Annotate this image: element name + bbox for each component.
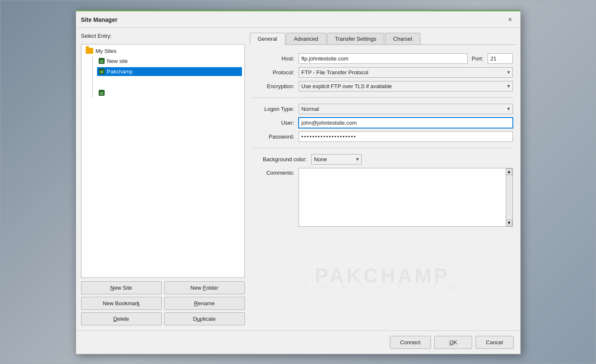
ok-button[interactable]: OK (434, 336, 472, 349)
tree-item-new-site[interactable]: New site (97, 57, 242, 65)
cancel-button[interactable]: Cancel (475, 336, 513, 349)
separator-2 (252, 148, 513, 148)
delete-button[interactable]: Delete (81, 312, 162, 325)
port-input[interactable] (488, 53, 513, 64)
tab-transfer-settings[interactable]: Transfer Settings (327, 33, 385, 45)
watermark: PAKCHAMP S O F T V T L T D (302, 264, 462, 292)
encryption-select-wrapper: Use explicit FTP over TLS if available O… (299, 81, 513, 92)
bg-color-row: Background color: None Red Green Blue Ye… (252, 154, 513, 165)
dialog-title: Site Manager (81, 16, 118, 23)
user-row: User: (252, 118, 513, 128)
protocol-label: Protocol: (252, 69, 294, 76)
logon-type-label: Logon Type: (252, 106, 294, 112)
port-label: Port: (472, 55, 483, 62)
form-section: Host: Port: Protocol: FTP - File Transfe… (250, 49, 515, 231)
logon-type-select-wrapper: Anonymous Normal Ask for password Intera… (299, 104, 513, 114)
comments-area-wrapper: ▲ ▼ (299, 168, 513, 227)
bg-color-select[interactable]: None Red Green Blue Yellow Cyan (311, 154, 362, 165)
new-site-button[interactable]: New Site (81, 281, 162, 294)
protocol-select-wrapper: FTP - File Transfer Protocol SFTP - SSH … (299, 67, 513, 78)
title-bar: Site Manager × (76, 11, 520, 28)
logon-type-select[interactable]: Anonymous Normal Ask for password Intera… (299, 104, 513, 114)
scrollbar-up-arrow[interactable]: ▲ (506, 168, 512, 175)
password-label: Password: (252, 134, 294, 140)
site-manager-dialog: Site Manager × Select Entry: My Sites Ne… (76, 10, 521, 354)
tree-folder-my-sites[interactable]: My Sites (84, 47, 242, 55)
server-icon-extra (99, 90, 105, 96)
password-row: Password: (252, 131, 513, 142)
folder-label: My Sites (96, 48, 117, 54)
server-icon-pakchamp (99, 68, 105, 74)
tabs-row: General Advanced Transfer Settings Chars… (250, 33, 515, 45)
tree-children: New site Pakchamp (92, 57, 242, 97)
host-input[interactable] (299, 53, 468, 64)
bg-color-label: Background color: (252, 156, 307, 162)
separator-1 (252, 97, 513, 98)
new-bookmark-button[interactable]: New Bookmark (81, 297, 162, 310)
comments-row: Comments: ▲ ▼ (252, 168, 513, 227)
left-panel: Select Entry: My Sites New site Pakchamp (81, 33, 245, 325)
bg-select-wrapper: None Red Green Blue Yellow Cyan ▼ (311, 154, 362, 165)
dialog-footer: Connect OK Cancel (76, 330, 520, 354)
rename-button[interactable]: Rename (164, 297, 245, 310)
logon-type-row: Logon Type: Anonymous Normal Ask for pas… (252, 104, 513, 114)
close-button[interactable]: × (505, 15, 515, 25)
tab-charset[interactable]: Charset (385, 33, 420, 45)
encryption-select[interactable]: Use explicit FTP over TLS if available O… (299, 81, 513, 92)
user-label: User: (252, 120, 294, 126)
host-label: Host: (252, 55, 294, 62)
host-row: Host: Port: (252, 53, 513, 64)
scrollbar-track (506, 175, 512, 220)
connect-button[interactable]: Connect (390, 336, 431, 349)
new-folder-button[interactable]: New Folder (164, 281, 245, 294)
folder-icon (86, 48, 93, 54)
button-grid: New Site New Folder New Bookmark Rename … (81, 281, 245, 325)
dialog-body: Select Entry: My Sites New site Pakchamp (76, 28, 520, 330)
tree-item-label: Pakchamp (107, 68, 133, 75)
tab-advanced[interactable]: Advanced (286, 33, 326, 45)
encryption-row: Encryption: Use explicit FTP over TLS if… (252, 81, 513, 92)
comments-label: Comments: (252, 168, 294, 176)
password-input[interactable] (299, 131, 513, 142)
protocol-select[interactable]: FTP - File Transfer Protocol SFTP - SSH … (299, 67, 513, 78)
user-input[interactable] (299, 118, 513, 128)
protocol-row: Protocol: FTP - File Transfer Protocol S… (252, 67, 513, 78)
scrollbar: ▲ ▼ (506, 168, 512, 226)
comments-textarea[interactable] (299, 168, 506, 226)
server-icon-new-site (99, 58, 105, 64)
duplicate-button[interactable]: Duplicate (164, 312, 245, 325)
encryption-label: Encryption: (252, 83, 294, 89)
tree-item-label: New site (107, 58, 128, 64)
tree-item-extra[interactable] (97, 89, 242, 97)
tree-container: My Sites New site Pakchamp (81, 44, 245, 278)
scrollbar-down-arrow[interactable]: ▼ (506, 220, 512, 226)
right-panel: PAKCHAMP S O F T V T L T D General Advan… (250, 33, 515, 325)
tree-item-pakchamp[interactable]: Pakchamp (97, 67, 242, 76)
select-entry-label: Select Entry: (81, 33, 245, 39)
tab-general[interactable]: General (250, 33, 285, 45)
